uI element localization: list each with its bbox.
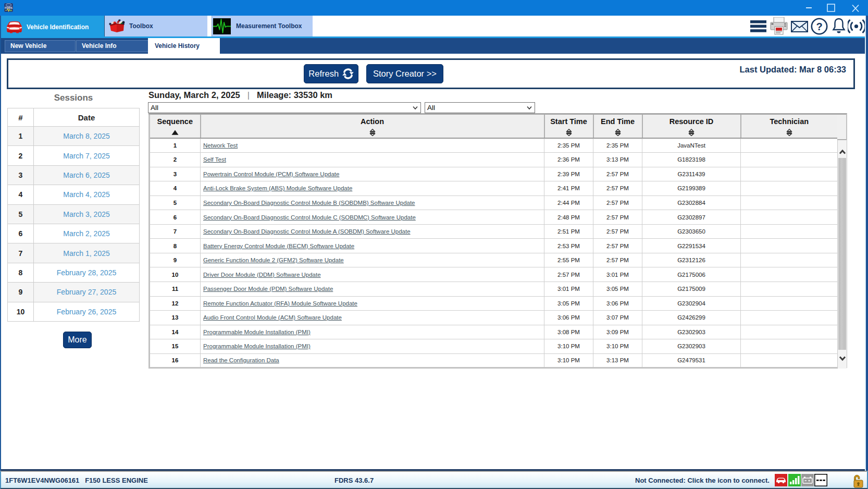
svg-text:FDRS: FDRS <box>5 6 13 9</box>
svg-text:?: ? <box>816 21 822 32</box>
